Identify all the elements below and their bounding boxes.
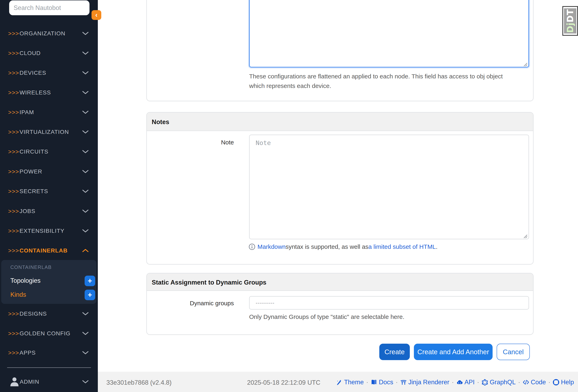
dynamic-groups-label: Dynamic groups bbox=[146, 300, 234, 307]
chevron-down-icon bbox=[82, 71, 89, 75]
add-topology-button[interactable]: + bbox=[85, 276, 95, 286]
static-card-header: Static Assignment to Dynamic Groups bbox=[147, 274, 533, 291]
sidebar-item-devices[interactable]: >>> DEVICES bbox=[0, 63, 98, 83]
nautobot-app: >>> ORGANIZATION >>> CLOUD >>> DEVICES >… bbox=[0, 0, 578, 392]
nav-arrows-icon: >>> bbox=[8, 247, 19, 254]
chevron-down-icon bbox=[82, 110, 89, 114]
sidebar-item-extensibility[interactable]: >>> EXTENSIBILITY bbox=[0, 221, 98, 241]
notes-card-title: Notes bbox=[152, 118, 169, 126]
code-icon bbox=[523, 379, 529, 386]
submenu-header: CONTAINERLAB bbox=[10, 265, 52, 270]
sidebar-item-cloud[interactable]: >>> CLOUD bbox=[0, 43, 98, 63]
graphql-link[interactable]: GraphQL bbox=[482, 379, 516, 386]
notes-card-header: Notes bbox=[147, 113, 533, 131]
sidebar: >>> ORGANIZATION >>> CLOUD >>> DEVICES >… bbox=[0, 0, 98, 392]
config-help-text: These configurations are flattened an ap… bbox=[249, 72, 514, 91]
chevron-down-icon bbox=[82, 150, 89, 154]
chevron-down-icon bbox=[82, 380, 89, 384]
chevron-down-icon bbox=[82, 229, 89, 233]
chevron-down-icon bbox=[82, 170, 89, 174]
footer-links: Theme · Docs · Jinja Renderer · bbox=[336, 372, 574, 392]
api-cloud-icon: { } bbox=[456, 379, 463, 386]
markdown-info-row: Markdown syntax is supported, as well as… bbox=[248, 243, 437, 250]
nav-arrows-icon: >>> bbox=[8, 50, 19, 57]
sidebar-item-wireless[interactable]: >>> WIRELESS bbox=[0, 83, 98, 102]
footer-version: 33e301eb7868 (v2.4.8) bbox=[106, 379, 172, 386]
chevron-down-icon bbox=[82, 331, 89, 336]
chevron-down-icon bbox=[82, 91, 89, 95]
info-icon bbox=[248, 243, 255, 250]
user-icon bbox=[9, 377, 20, 387]
chevron-down-icon bbox=[82, 32, 89, 36]
create-and-add-another-button[interactable]: Create and Add Another bbox=[414, 344, 493, 360]
nav-arrows-icon: >>> bbox=[8, 70, 19, 76]
sidebar-item-circuits[interactable]: >>> CIRCUITS bbox=[0, 142, 98, 161]
sidebar-item-golden-config[interactable]: >>> GOLDEN CONFIG bbox=[0, 324, 98, 343]
sidebar-item-secrets[interactable]: >>> SECRETS bbox=[0, 182, 98, 201]
nav-arrows-icon: >>> bbox=[8, 89, 19, 96]
svg-text:{ }: { } bbox=[458, 382, 461, 384]
nav-arrows-icon: >>> bbox=[8, 129, 19, 135]
docs-link[interactable]: Docs bbox=[371, 379, 393, 386]
help-link[interactable]: Help bbox=[553, 379, 574, 386]
sidebar-divider bbox=[7, 367, 91, 368]
cancel-button[interactable]: Cancel bbox=[497, 344, 530, 360]
chevron-down-icon bbox=[82, 189, 89, 193]
jinja-icon bbox=[400, 379, 407, 386]
api-link[interactable]: { } API bbox=[456, 379, 475, 386]
sidebar-collapse-button[interactable]: ‹ bbox=[92, 10, 101, 20]
footer: 33e301eb7868 (v2.4.8) 2025-05-18 22:12:0… bbox=[98, 372, 578, 392]
jinja-renderer-link[interactable]: Jinja Renderer bbox=[400, 379, 449, 386]
sidebar-item-designs[interactable]: >>> DESIGNS bbox=[0, 304, 98, 323]
node-config-textarea[interactable] bbox=[249, 0, 529, 67]
theme-link[interactable]: Theme bbox=[336, 379, 364, 386]
submenu-link-kinds[interactable]: Kinds bbox=[10, 291, 26, 298]
code-link[interactable]: Code bbox=[523, 379, 546, 386]
note-field-label: Note bbox=[146, 139, 234, 146]
django-debug-toolbar-tab[interactable]: DjDT bbox=[562, 6, 578, 36]
chevron-down-icon bbox=[82, 130, 89, 134]
sidebar-item-power[interactable]: >>> POWER bbox=[0, 162, 98, 181]
nav-arrows-icon: >>> bbox=[8, 330, 19, 337]
help-lifering-icon bbox=[553, 379, 559, 386]
markdown-link[interactable]: Markdown bbox=[257, 243, 286, 250]
nav-arrows-icon: >>> bbox=[8, 208, 19, 215]
footer-timestamp: 2025-05-18 22:12:09 UTC bbox=[247, 379, 320, 386]
chevron-down-icon bbox=[82, 209, 89, 213]
dynamic-groups-help: Only Dynamic Groups of type "static" are… bbox=[249, 312, 534, 321]
chevron-down-icon bbox=[82, 351, 89, 355]
sidebar-item-admin[interactable]: ADMIN bbox=[0, 372, 98, 392]
chevron-up-icon bbox=[82, 249, 89, 253]
nav-arrows-icon: >>> bbox=[8, 30, 19, 37]
create-button[interactable]: Create bbox=[379, 344, 410, 360]
nav-arrows-icon: >>> bbox=[8, 168, 19, 175]
nav-arrows-icon: >>> bbox=[8, 311, 19, 317]
sidebar-item-virtualization[interactable]: >>> VIRTUALIZATION bbox=[0, 122, 98, 142]
sidebar-item-containerlab[interactable]: >>> CONTAINERLAB bbox=[0, 241, 98, 260]
note-textarea[interactable] bbox=[249, 135, 529, 239]
sidebar-item-apps[interactable]: >>> APPS bbox=[0, 343, 98, 362]
theme-icon bbox=[336, 379, 342, 386]
sidebar-item-organization[interactable]: >>> ORGANIZATION bbox=[0, 24, 98, 43]
nav-arrows-icon: >>> bbox=[8, 109, 19, 116]
chevron-down-icon bbox=[82, 312, 89, 316]
djdt-inner: DjDT bbox=[564, 8, 576, 34]
chevron-down-icon bbox=[82, 51, 89, 55]
sidebar-item-jobs[interactable]: >>> JOBS bbox=[0, 201, 98, 221]
djdt-label: DjDT bbox=[565, 9, 575, 33]
search-box bbox=[9, 0, 90, 15]
html-subset-link[interactable]: a limited subset of HTML bbox=[368, 243, 436, 250]
add-kind-button[interactable]: + bbox=[85, 290, 95, 300]
docs-icon bbox=[371, 379, 377, 386]
containerlab-submenu: CONTAINERLAB Topologies + Kinds + bbox=[1, 260, 96, 304]
submenu-link-topologies[interactable]: Topologies bbox=[10, 277, 41, 284]
sidebar-item-ipam[interactable]: >>> IPAM bbox=[0, 103, 98, 122]
static-card-title: Static Assignment to Dynamic Groups bbox=[152, 279, 266, 286]
nav-arrows-icon: >>> bbox=[8, 228, 19, 235]
search-input[interactable] bbox=[9, 0, 90, 15]
nav-arrows-icon: >>> bbox=[8, 188, 19, 195]
chevron-left-icon: ‹ bbox=[95, 11, 97, 19]
nav-arrows-icon: >>> bbox=[8, 350, 19, 356]
graphql-icon bbox=[482, 379, 488, 386]
dynamic-groups-select[interactable]: --------- bbox=[249, 296, 529, 310]
